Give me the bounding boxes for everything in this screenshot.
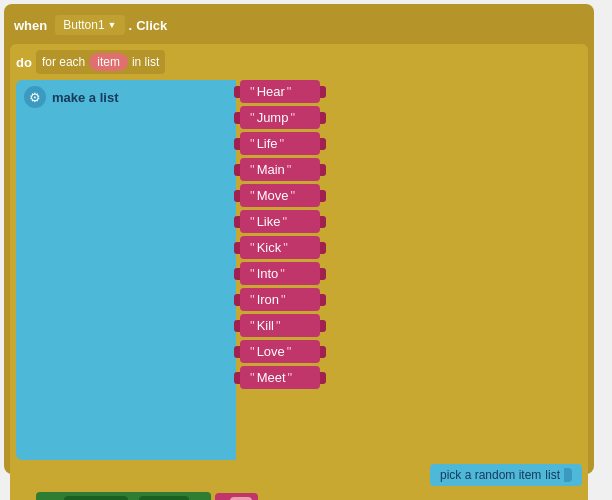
- list-item[interactable]: Iron: [240, 288, 320, 311]
- outer-container: when Button1 ▼ . Click do for each item …: [4, 4, 594, 474]
- for-each-block: for each item in list: [36, 50, 165, 74]
- property-dropdown[interactable]: Text ▼: [139, 496, 189, 500]
- list-items-wrapper: HearJumpLifeMainMoveLikeKickIntoIronKill…: [240, 80, 320, 389]
- nub-right-icon: [320, 190, 326, 202]
- in-list-text: in list: [132, 55, 159, 69]
- set-block[interactable]: set Label1 ▼ . Text ▼ to: [36, 492, 211, 500]
- main-content-area: ⚙ make a list HearJumpLifeMainMoveLikeKi…: [16, 80, 582, 460]
- list-item[interactable]: Kill: [240, 314, 320, 337]
- gear-icon[interactable]: ⚙: [24, 86, 46, 108]
- nub-left-icon: [234, 294, 240, 306]
- nub-left-icon: [234, 164, 240, 176]
- nub-right-icon: [320, 268, 326, 280]
- for-each-row: do for each item in list: [16, 48, 582, 76]
- list-item[interactable]: Move: [240, 184, 320, 207]
- list-item[interactable]: Meet: [240, 366, 320, 389]
- nub-right-icon: [320, 320, 326, 332]
- nub-left-icon: [234, 372, 240, 384]
- inner-container: do for each item in list ⚙ make a list H…: [10, 44, 588, 500]
- nub-left-icon: [234, 112, 240, 124]
- list-item[interactable]: Kick: [240, 236, 320, 259]
- nub-left-icon: [234, 86, 240, 98]
- list-item[interactable]: Like: [240, 210, 320, 233]
- nub-right-icon: [320, 346, 326, 358]
- nub-right-icon: [320, 242, 326, 254]
- nub-right-icon: [320, 294, 326, 306]
- nub-left-icon: [234, 138, 240, 150]
- click-label: Click: [136, 18, 167, 33]
- nub-left-icon: [234, 216, 240, 228]
- pick-random-list-label: list: [545, 468, 560, 482]
- nub-right-icon: [320, 112, 326, 124]
- list-item[interactable]: Love: [240, 340, 320, 363]
- list-item[interactable]: Life: [240, 132, 320, 155]
- nub-right-icon: [320, 164, 326, 176]
- do-label-1: do: [16, 55, 32, 70]
- dropdown-arrow-icon: ▼: [108, 20, 117, 30]
- list-item[interactable]: Into: [240, 262, 320, 285]
- nub-left-icon: [234, 346, 240, 358]
- button1-label: Button1: [63, 18, 104, 32]
- pick-random-label: pick a random item: [440, 468, 541, 482]
- header-row: when Button1 ▼ . Click: [10, 10, 588, 40]
- dot-separator: .: [129, 18, 133, 33]
- nub-left-icon: [234, 242, 240, 254]
- make-a-list-row: ⚙ make a list: [24, 86, 228, 108]
- do-set-row: do set Label1 ▼ . Text ▼ to ": [16, 490, 582, 500]
- button1-dropdown[interactable]: Button1 ▼: [55, 15, 124, 35]
- nub-left-icon: [234, 320, 240, 332]
- nub-right-icon: [320, 216, 326, 228]
- for-each-text: for each: [42, 55, 85, 69]
- item-pill[interactable]: item: [89, 53, 128, 71]
- value-block: ": [215, 493, 258, 500]
- nub-right-icon: [320, 138, 326, 150]
- nub-right-icon: [320, 86, 326, 98]
- nub-left-icon: [234, 268, 240, 280]
- list-item[interactable]: Jump: [240, 106, 320, 129]
- make-a-list-label: make a list: [52, 90, 119, 105]
- list-item[interactable]: Main: [240, 158, 320, 181]
- blue-area: ⚙ make a list: [16, 80, 236, 460]
- pick-random-nub-icon: [564, 468, 572, 482]
- label1-dropdown[interactable]: Label1 ▼: [64, 496, 128, 500]
- when-label: when: [10, 16, 51, 35]
- list-item[interactable]: Hear: [240, 80, 320, 103]
- nub-right-icon: [320, 372, 326, 384]
- nub-left-icon: [234, 190, 240, 202]
- pick-random-block[interactable]: pick a random item list: [430, 464, 582, 486]
- pick-random-row: pick a random item list: [16, 464, 582, 486]
